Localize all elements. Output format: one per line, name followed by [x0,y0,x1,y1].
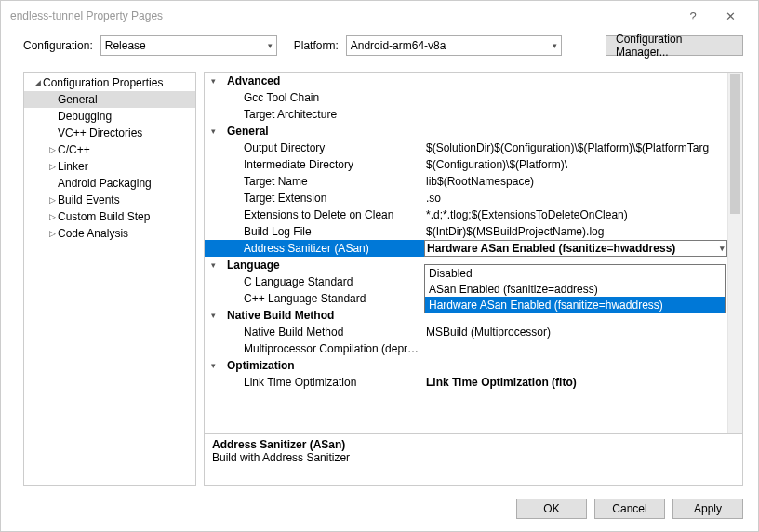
property-key: Target Name [221,175,424,188]
property-grid[interactable]: ▾AdvancedGcc Tool ChainTarget Architectu… [205,73,742,433]
property-key: Target Extension [221,192,424,205]
configuration-select[interactable]: Release ▾ [100,35,277,56]
platform-label: Platform: [294,39,339,52]
property-intermediate-directory[interactable]: Intermediate Directory$(Configuration)\$… [205,156,742,173]
ok-button[interactable]: OK [516,499,587,519]
sidebar-item-build-events[interactable]: ▷Build Events [24,192,195,208]
tree-expand-icon[interactable]: ▷ [47,229,58,238]
description-body: Build with Address Sanitizer [212,451,735,464]
collapse-icon[interactable]: ▾ [205,311,221,320]
window-title: endless-tunnel Property Pages [10,9,674,22]
property-key: Link Time Optimization [221,376,424,389]
tree-root-item[interactable]: ◢Configuration Properties [24,74,195,91]
property-extensions-to-delete-on-clean[interactable]: Extensions to Delete on Clean*.d;*.tlog;… [205,206,742,223]
property-key: Build Log File [221,225,424,238]
property-output-directory[interactable]: Output Directory$(SolutionDir)$(Configur… [205,140,742,156]
property-key: Native Build Method [221,326,424,339]
dropdown-option[interactable]: ASan Enabled (fsanitize=address) [425,281,725,297]
property-key: Multiprocessor Compilation (deprecated) [221,342,424,355]
property-value[interactable]: lib$(RootNamespace) [424,175,727,188]
sidebar-tree[interactable]: ◢Configuration PropertiesGeneralDebuggin… [23,72,196,486]
property-gcc-tool-chain[interactable]: Gcc Tool Chain [205,89,742,106]
property-key: Target Architecture [221,108,424,121]
property-grid-panel: ▾AdvancedGcc Tool ChainTarget Architectu… [204,72,743,486]
sidebar-item-code-analysis[interactable]: ▷Code Analysis [24,225,195,242]
content-area: ◢Configuration PropertiesGeneralDebuggin… [1,60,758,486]
property-value[interactable]: $(IntDir)$(MSBuildProjectName).log [424,225,727,238]
collapse-icon[interactable]: ▾ [205,260,221,270]
titlebar: endless-tunnel Property Pages ? ✕ [1,1,758,31]
property-value[interactable]: $(SolutionDir)$(Configuration)\$(Platfor… [424,141,727,154]
property-native-build-method[interactable]: Native Build MethodMSBuild (Multiprocess… [205,324,742,340]
sidebar-item-c-c-[interactable]: ▷C/C++ [24,141,195,158]
sidebar-item-debugging[interactable]: Debugging [24,108,195,125]
apply-button[interactable]: Apply [672,499,743,519]
property-pages-dialog: endless-tunnel Property Pages ? ✕ Config… [0,0,759,532]
scrollbar-thumb[interactable] [730,74,740,214]
property-target-architecture[interactable]: Target Architecture [205,106,742,123]
configuration-value: Release [105,39,146,52]
chevron-down-icon: ▾ [268,41,273,50]
property-build-log-file[interactable]: Build Log File$(IntDir)$(MSBuildProjectN… [205,223,742,240]
description-panel: Address Sanitizer (ASan) Build with Addr… [205,433,742,485]
tree-expand-icon[interactable]: ▷ [47,212,58,221]
property-key: Output Directory [221,141,424,154]
config-row: Configuration: Release ▾ Platform: Andro… [1,31,758,60]
property-link-time-optimization[interactable]: Link Time OptimizationLink Time Optimiza… [205,374,742,391]
help-icon[interactable]: ? [674,9,712,23]
chevron-down-icon: ▾ [553,41,557,50]
description-title: Address Sanitizer (ASan) [212,438,735,451]
property-target-extension[interactable]: Target Extension.so [205,190,742,206]
tree-expand-icon[interactable]: ▷ [47,195,58,205]
collapse-icon[interactable]: ▾ [205,76,221,86]
category-optimization[interactable]: ▾Optimization [205,357,742,374]
property-key: Gcc Tool Chain [221,91,424,104]
property-key: C++ Language Standard [221,292,424,305]
tree-expand-icon[interactable]: ▷ [47,162,58,171]
collapse-icon[interactable]: ▾ [205,361,221,370]
collapse-icon[interactable]: ▾ [205,126,221,136]
property-address-sanitizer-asan-[interactable]: Address Sanitizer (ASan)Hardware ASan En… [205,240,742,257]
sidebar-item-linker[interactable]: ▷Linker [24,158,195,175]
configuration-label: Configuration: [23,39,93,52]
property-target-name[interactable]: Target Namelib$(RootNamespace) [205,173,742,190]
category-advanced[interactable]: ▾Advanced [205,73,742,89]
property-key: C Language Standard [221,275,424,288]
sidebar-item-android-packaging[interactable]: Android Packaging [24,175,195,192]
close-icon[interactable]: ✕ [712,9,749,23]
property-key: Address Sanitizer (ASan) [221,242,424,255]
platform-select[interactable]: Android-arm64-v8a ▾ [346,35,562,56]
cancel-button[interactable]: Cancel [594,499,665,519]
property-multiprocessor-compilation-deprecated-[interactable]: Multiprocessor Compilation (deprecated) [205,340,742,357]
configuration-manager-button[interactable]: Configuration Manager... [606,35,743,56]
dialog-buttons: OK Cancel Apply [1,486,758,531]
sidebar-item-general[interactable]: General [24,91,195,108]
sidebar-item-vc-directories[interactable]: VC++ Directories [24,125,195,141]
property-value[interactable]: .so [424,192,727,205]
property-value[interactable]: *.d;*.tlog;$(ExtensionsToDeleteOnClean) [424,208,727,221]
tree-expand-icon[interactable]: ▷ [47,145,58,154]
property-key: Extensions to Delete on Clean [221,208,424,221]
platform-value: Android-arm64-v8a [351,39,446,52]
sidebar-item-custom-build-step[interactable]: ▷Custom Build Step [24,208,195,225]
tree-expand-icon[interactable]: ◢ [32,78,43,87]
property-value[interactable]: MSBuild (Multiprocessor) [424,326,727,339]
property-value[interactable]: Link Time Optimization (flto) [424,376,727,389]
chevron-down-icon[interactable]: ▾ [720,244,725,253]
asan-dropdown[interactable]: DisabledASan Enabled (fsanitize=address)… [424,264,726,313]
property-value[interactable]: $(Configuration)\$(Platform)\ [424,158,727,171]
property-value-editor[interactable]: Hardware ASan Enabled (fsanitize=hwaddre… [424,240,727,257]
category-general[interactable]: ▾General [205,123,742,140]
dropdown-option[interactable]: Disabled [425,265,725,281]
dropdown-option[interactable]: Hardware ASan Enabled (fsanitize=hwaddre… [425,297,725,313]
property-key: Intermediate Directory [221,158,424,171]
vertical-scrollbar[interactable] [727,73,742,433]
